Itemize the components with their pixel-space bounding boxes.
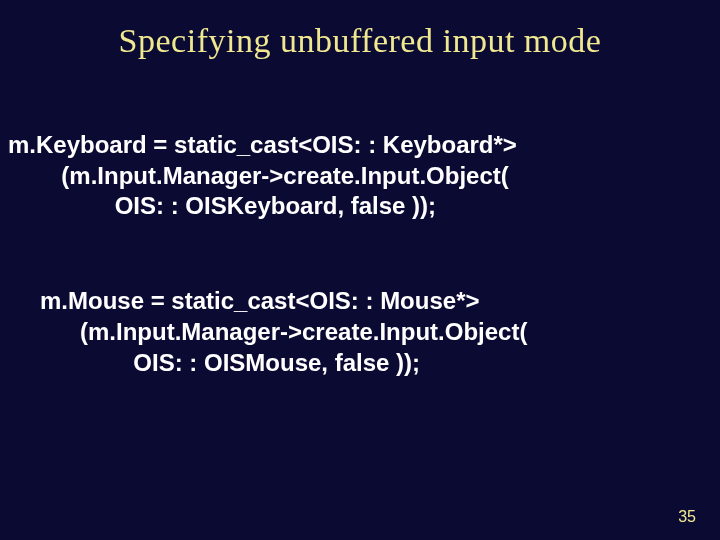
code-line: m.Mouse = static_cast<OIS: : Mouse*>: [40, 287, 480, 314]
code-line: OIS: : OISKeyboard, false ));: [8, 192, 436, 219]
code-line: m.Keyboard = static_cast<OIS: : Keyboard…: [8, 131, 517, 158]
code-mouse: m.Mouse = static_cast<OIS: : Mouse*> (m.…: [8, 286, 720, 378]
code-line: (m.Input.Manager->create.Input.Object(: [40, 318, 527, 345]
page-number: 35: [678, 508, 696, 526]
code-line: OIS: : OISMouse, false ));: [40, 349, 420, 376]
code-keyboard: m.Keyboard = static_cast<OIS: : Keyboard…: [8, 130, 720, 222]
slide-title: Specifying unbuffered input mode: [0, 0, 720, 60]
slide-content: m.Keyboard = static_cast<OIS: : Keyboard…: [0, 130, 720, 378]
code-line: (m.Input.Manager->create.Input.Object(: [8, 162, 509, 189]
